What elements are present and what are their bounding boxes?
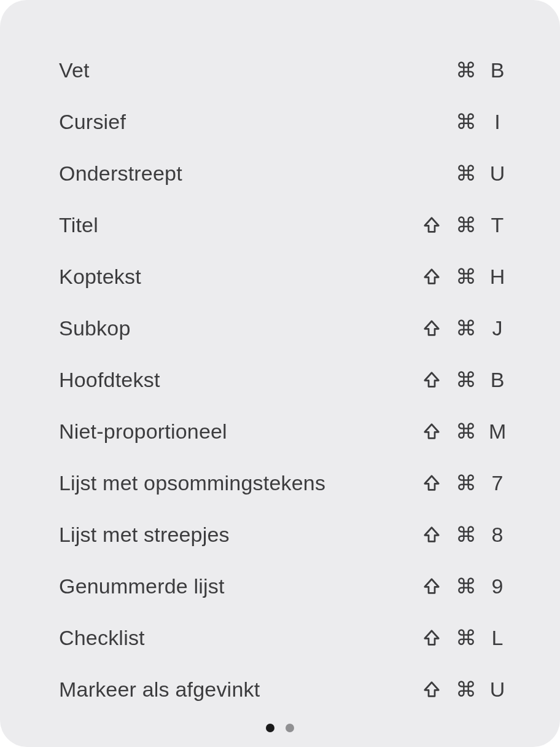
shortcut-key: J <box>489 316 506 340</box>
menu-item-shortcut: ⌘I <box>456 109 506 134</box>
shift-icon <box>421 319 442 337</box>
shortcut-key: 8 <box>489 523 506 547</box>
command-icon: ⌘ <box>456 471 475 495</box>
command-icon: ⌘ <box>456 419 475 444</box>
shift-icon <box>421 422 442 440</box>
shortcut-key: B <box>489 58 506 82</box>
shortcut-key: T <box>489 213 506 237</box>
menu-item[interactable]: Checklist ⌘L <box>59 612 506 663</box>
menu-item-label: Hoofdtekst <box>59 368 160 392</box>
menu-item-shortcut: ⌘J <box>421 316 506 340</box>
menu-item[interactable]: Onderstreept⌘U <box>59 147 506 199</box>
menu-item-label: Checklist <box>59 626 145 650</box>
menu-item-label: Koptekst <box>59 265 141 289</box>
shortcut-key: 7 <box>489 471 506 495</box>
page-dot[interactable] <box>266 724 274 732</box>
menu-item-label: Subkop <box>59 316 131 340</box>
menu-item[interactable]: Niet-proportioneel ⌘M <box>59 405 506 457</box>
command-icon: ⌘ <box>456 161 475 186</box>
shortcut-key: B <box>489 368 506 392</box>
menu-item[interactable]: Koptekst ⌘H <box>59 251 506 302</box>
menu-item[interactable]: Hoofdtekst ⌘B <box>59 354 506 405</box>
shift-icon <box>421 216 442 234</box>
menu-item-shortcut: ⌘U <box>456 161 506 186</box>
menu-item-shortcut: ⌘9 <box>421 574 506 598</box>
menu-item[interactable]: Markeer als afgevinkt ⌘U <box>59 663 506 715</box>
shift-icon <box>421 628 442 647</box>
shift-icon <box>421 525 442 544</box>
menu-list: Vet⌘BCursief⌘IOnderstreept⌘UTitel ⌘TKopt… <box>59 44 506 729</box>
shift-icon <box>421 680 442 698</box>
shortcut-key: I <box>489 110 506 134</box>
page-indicator[interactable] <box>0 724 560 732</box>
shortcut-key: L <box>489 626 506 650</box>
command-icon: ⌘ <box>456 367 475 392</box>
shift-icon <box>421 474 442 492</box>
command-icon: ⌘ <box>456 109 475 134</box>
menu-item-shortcut: ⌘M <box>421 419 506 444</box>
menu-item-label: Lijst met opsommingstekens <box>59 471 325 495</box>
shortcut-key: M <box>489 420 506 444</box>
command-icon: ⌘ <box>456 677 475 702</box>
menu-item-shortcut: ⌘L <box>421 625 506 650</box>
menu-item-shortcut: ⌘8 <box>421 522 506 547</box>
menu-item[interactable]: Genummerde lijst ⌘9 <box>59 560 506 612</box>
menu-item[interactable]: Lijst met streepjes ⌘8 <box>59 509 506 560</box>
menu-item[interactable]: Lijst met opsommingstekens ⌘7 <box>59 457 506 509</box>
command-icon: ⌘ <box>456 522 475 547</box>
menu-item-label: Vet <box>59 58 90 82</box>
shift-icon <box>421 370 442 389</box>
command-icon: ⌘ <box>456 574 475 598</box>
menu-item-label: Markeer als afgevinkt <box>59 678 260 702</box>
menu-item[interactable]: Titel ⌘T <box>59 199 506 251</box>
shortcuts-panel: Vet⌘BCursief⌘IOnderstreept⌘UTitel ⌘TKopt… <box>0 0 560 747</box>
menu-item-shortcut: ⌘U <box>421 677 506 702</box>
shift-icon <box>421 267 442 286</box>
menu-item-label: Titel <box>59 213 98 237</box>
shortcut-key: 9 <box>489 574 506 598</box>
menu-item[interactable]: Vet⌘B <box>59 44 506 96</box>
menu-item-label: Cursief <box>59 110 126 134</box>
command-icon: ⌘ <box>456 58 475 82</box>
shortcut-key: U <box>489 678 506 702</box>
menu-item[interactable]: Subkop ⌘J <box>59 302 506 354</box>
shift-icon <box>421 577 442 595</box>
shortcut-key: H <box>489 265 506 289</box>
menu-item-label: Genummerde lijst <box>59 574 225 598</box>
menu-item-shortcut: ⌘T <box>421 213 506 237</box>
menu-item-shortcut: ⌘7 <box>421 471 506 495</box>
menu-item-shortcut: ⌘H <box>421 264 506 289</box>
menu-item[interactable]: Cursief⌘I <box>59 96 506 147</box>
menu-item-shortcut: ⌘B <box>421 367 506 392</box>
shortcut-key: U <box>489 162 506 186</box>
page-dot[interactable] <box>286 724 294 732</box>
menu-item-label: Onderstreept <box>59 162 182 186</box>
command-icon: ⌘ <box>456 625 475 650</box>
command-icon: ⌘ <box>456 316 475 340</box>
menu-item-label: Niet-proportioneel <box>59 420 227 444</box>
menu-item-label: Lijst met streepjes <box>59 523 230 547</box>
command-icon: ⌘ <box>456 213 475 237</box>
menu-item-shortcut: ⌘B <box>456 58 506 82</box>
command-icon: ⌘ <box>456 264 475 289</box>
